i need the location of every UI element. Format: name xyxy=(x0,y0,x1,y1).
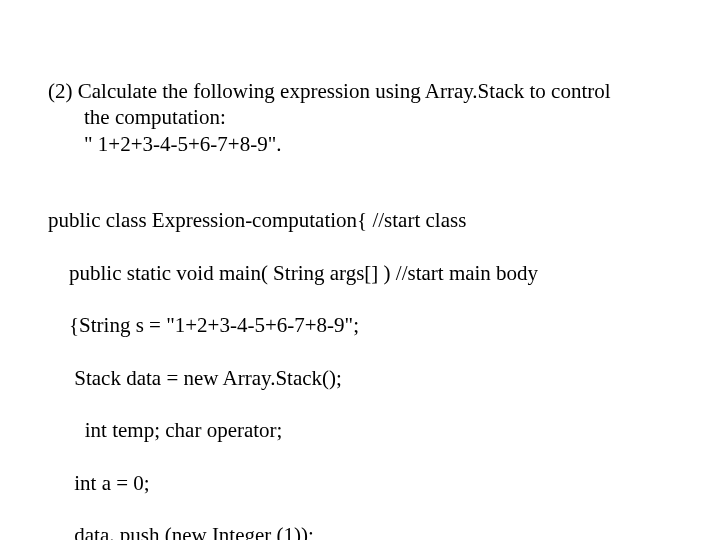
code-line: data. push (new Integer (1)); xyxy=(48,522,680,540)
problem-statement: (2) Calculate the following expression u… xyxy=(48,78,680,157)
code-line: public static void main( String args[] )… xyxy=(48,260,680,286)
prompt-line-1: (2) Calculate the following expression u… xyxy=(48,78,680,104)
code-line: int a = 0; xyxy=(48,470,680,496)
document-page: (2) Calculate the following expression u… xyxy=(0,0,720,540)
code-line: {String s = "1+2+3-4-5+6-7+8-9"; xyxy=(48,312,680,338)
prompt-line-3: " 1+2+3-4-5+6-7+8-9". xyxy=(48,131,680,157)
code-line: public class Expression-computation{ //s… xyxy=(48,207,680,233)
prompt-line-2: the computation: xyxy=(48,104,680,130)
code-block: public class Expression-computation{ //s… xyxy=(48,181,680,540)
code-line: Stack data = new Array.Stack(); xyxy=(48,365,680,391)
code-line: int temp; char operator; xyxy=(48,417,680,443)
